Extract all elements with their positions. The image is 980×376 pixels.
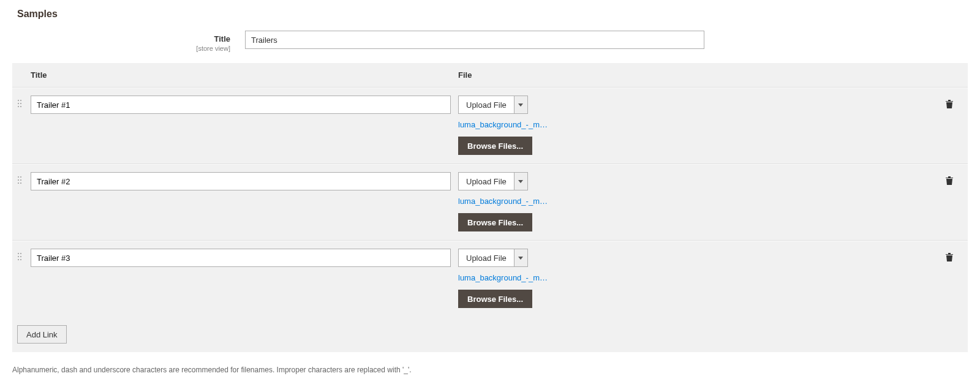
trash-icon [945,99,954,109]
svg-point-9 [20,179,21,181]
svg-point-17 [20,259,21,260]
browse-files-button[interactable]: Browse Files... [458,213,532,231]
sample-row: Upload File luma_background_-_mo... Brow… [12,241,968,317]
sample-title-input[interactable] [31,172,451,190]
svg-point-15 [20,256,21,257]
svg-point-6 [18,176,19,178]
browse-files-button[interactable]: Browse Files... [458,137,532,155]
svg-point-11 [20,182,21,184]
trash-icon [945,176,954,186]
caret-down-icon [518,103,523,107]
caret-down-icon [518,257,523,260]
samples-title-row: Title [store view] [12,31,968,52]
upload-file-button[interactable]: Upload File [458,172,514,190]
svg-point-5 [20,106,21,107]
svg-point-3 [20,103,21,104]
drag-handle-icon [17,176,22,184]
delete-row-button[interactable] [931,172,968,187]
column-title: Title [31,70,458,80]
svg-point-12 [18,253,19,254]
drag-handle[interactable] [12,96,31,110]
delete-row-button[interactable] [931,96,968,111]
svg-point-10 [18,182,19,184]
drag-handle-icon [17,99,22,108]
section-heading: Samples [17,9,968,20]
add-link-button[interactable]: Add Link [17,325,67,344]
sample-row: Upload File luma_background_-_mo... Brow… [12,164,968,241]
svg-point-8 [18,179,19,181]
uploaded-file-link[interactable]: luma_background_-_mo... [458,197,550,206]
drag-handle[interactable] [12,172,31,186]
svg-point-14 [18,256,19,257]
sample-title-input[interactable] [31,96,451,114]
samples-grid: Title File Upload File luma_background_-… [12,63,968,352]
delete-row-button[interactable] [931,249,968,264]
grid-footer: Add Link [12,317,968,352]
upload-file-toggle[interactable] [514,96,528,114]
grid-header: Title File [12,63,968,88]
filename-hint: Alphanumeric, dash and underscore charac… [12,366,968,374]
upload-file-toggle[interactable] [514,249,528,267]
drag-handle-icon [17,252,22,261]
svg-point-4 [18,106,19,107]
drag-handle[interactable] [12,249,31,263]
caret-down-icon [518,180,523,183]
title-scope: [store view] [12,45,230,52]
svg-point-13 [20,253,21,254]
trash-icon [945,252,954,262]
uploaded-file-link[interactable]: luma_background_-_mo... [458,273,550,282]
title-label: Title [12,34,230,43]
column-file: File [458,70,931,80]
sample-title-input[interactable] [31,249,451,267]
svg-point-16 [18,259,19,260]
svg-point-1 [20,100,21,101]
sample-row: Upload File luma_background_-_mo... Brow… [12,88,968,164]
upload-file-button[interactable]: Upload File [458,96,514,114]
svg-point-0 [18,100,19,101]
uploaded-file-link[interactable]: luma_background_-_mo... [458,120,550,129]
upload-file-button[interactable]: Upload File [458,249,514,267]
svg-point-7 [20,176,21,178]
samples-title-input[interactable] [245,31,704,49]
browse-files-button[interactable]: Browse Files... [458,290,532,308]
svg-point-2 [18,103,19,104]
upload-file-toggle[interactable] [514,172,528,190]
